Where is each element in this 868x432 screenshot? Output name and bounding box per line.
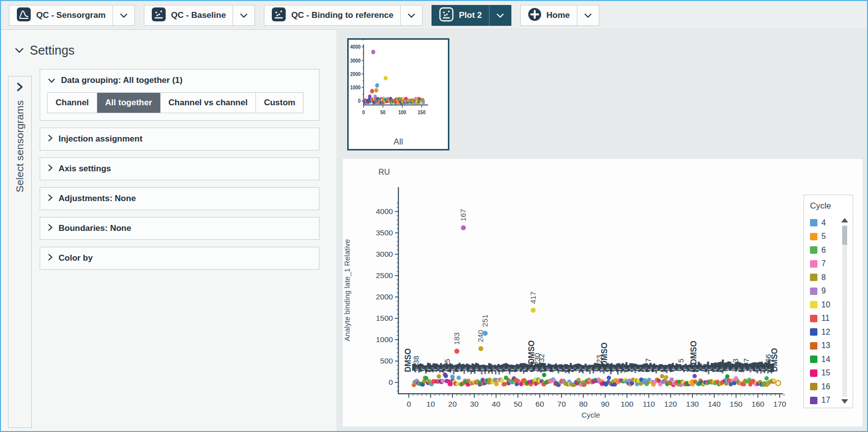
tab-dropdown-button[interactable] (113, 5, 134, 25)
grouping-option-channel[interactable]: Channel (48, 93, 97, 113)
svg-text:2500: 2500 (376, 271, 393, 280)
outlier-point (478, 346, 483, 351)
scroll-down-icon[interactable] (841, 399, 848, 404)
tab-main[interactable]: QC - Binding to reference (264, 5, 400, 25)
accordion-label: Adjustments: None (59, 194, 136, 204)
scroll-up-icon[interactable] (841, 218, 848, 222)
legend-entry-5[interactable]: 5 (804, 230, 837, 244)
legend-title: Cycle (804, 195, 853, 215)
svg-text:Cycle: Cycle (581, 411, 600, 419)
legend-entry-label: 9 (821, 287, 826, 295)
select-sensorgrams-label: Select sensorgrams (14, 100, 26, 193)
outlier-label: 417 (529, 291, 537, 304)
legend-entry-label: 5 (821, 232, 826, 241)
legend-entry-label: 12 (821, 328, 830, 337)
accordion-label: Boundaries: None (59, 223, 131, 233)
legend-swatch (810, 219, 817, 226)
chevron-right-icon[interactable] (8, 82, 31, 93)
chevron-down-icon (584, 11, 592, 20)
svg-text:0: 0 (362, 110, 365, 116)
legend-entry-17[interactable]: 17 (804, 394, 837, 408)
plot-thumbnail[interactable]: 01000200030004000050100150 All (347, 38, 449, 150)
svg-text:Analyte binding late_1 Relativ: Analyte binding late_1 Relative (343, 239, 351, 342)
accordion-header[interactable]: Injection assignment (40, 128, 319, 150)
legend-entry-label: 11 (821, 314, 830, 323)
chevron-right-icon (48, 135, 53, 144)
tab-dropdown-button[interactable] (233, 5, 254, 25)
tab-label: Home (547, 10, 570, 20)
tab-home[interactable]: Home (520, 5, 599, 26)
legend-entry-label: 14 (821, 355, 830, 364)
tab-plot-2[interactable]: Plot 2 (432, 5, 511, 26)
tab-dropdown-button[interactable] (577, 5, 599, 25)
legend-entry-13[interactable]: 13 (804, 339, 837, 353)
grouping-option-channel-vs-channel[interactable]: Channel vs channel (161, 93, 256, 113)
legend-entry-11[interactable]: 11 (804, 312, 837, 326)
scatter-icon (151, 7, 166, 24)
outlier-label: 183 (452, 332, 461, 345)
svg-text:0: 0 (407, 400, 411, 408)
band-label: DMSO (689, 341, 698, 364)
svg-text:80: 80 (579, 400, 588, 408)
band-label: 38 (412, 356, 420, 364)
legend-entry-14[interactable]: 14 (804, 353, 837, 366)
tab-main[interactable]: Plot 2 (432, 5, 489, 25)
svg-text:30: 30 (470, 400, 479, 408)
legend-swatch (810, 397, 817, 404)
settings-panel: Settings Select sensorgrams Data groupin… (1, 30, 336, 431)
legend-entry-9[interactable]: 9 (804, 285, 837, 298)
legend-entry-label: 10 (821, 300, 830, 309)
accordion-data-grouping: Data grouping: All together (1)ChannelAl… (40, 69, 319, 121)
scrollbar-thumb[interactable] (842, 226, 847, 245)
accordion-header[interactable]: Boundaries: None (40, 217, 319, 239)
legend-entry-15[interactable]: 15 (804, 366, 837, 380)
scatter-icon (271, 7, 286, 24)
tab-main[interactable]: QC - Baseline (144, 5, 233, 25)
svg-text:3500: 3500 (376, 228, 393, 237)
grouping-option-custom[interactable]: Custom (256, 93, 303, 113)
accordion-header[interactable]: Data grouping: All together (1) (40, 70, 319, 91)
accordion-color-by: Color by (40, 247, 319, 270)
tab-main[interactable]: Home (521, 5, 577, 25)
select-sensorgrams-strip[interactable]: Select sensorgrams (8, 76, 32, 428)
legend-entry-12[interactable]: 12 (804, 325, 837, 339)
accordion-header[interactable]: Adjustments: None (40, 188, 319, 210)
svg-text:110: 110 (643, 400, 655, 408)
svg-text:50: 50 (380, 110, 386, 116)
grouping-option-all-together[interactable]: All together (97, 93, 160, 113)
accordion-header[interactable]: Axis settings (40, 158, 319, 180)
tab-qc-binding-to-reference[interactable]: QC - Binding to reference (264, 5, 423, 26)
tab-qc-baseline[interactable]: QC - Baseline (144, 5, 255, 26)
tab-main[interactable]: QC - Sensorgram (9, 5, 113, 25)
svg-text:90: 90 (601, 400, 610, 408)
legend-entry-4[interactable]: 4 (804, 216, 837, 230)
legend-entry-8[interactable]: 8 (804, 271, 837, 285)
svg-text:4000: 4000 (376, 207, 393, 216)
chevron-right-icon (48, 224, 53, 233)
plot-area: 01000200030004000050100150 All RU 050010… (336, 30, 867, 431)
band-label: 7 (644, 358, 652, 362)
svg-text:0: 0 (358, 98, 361, 104)
settings-accordions: Data grouping: All together (1)ChannelAl… (40, 69, 319, 277)
legend-scrollbar[interactable] (841, 218, 849, 404)
legend-entry-7[interactable]: 7 (804, 257, 837, 271)
accordion-header[interactable]: Color by (40, 247, 319, 269)
tab-dropdown-button[interactable] (400, 5, 422, 25)
svg-text:4000: 4000 (350, 44, 361, 50)
legend-entry-6[interactable]: 6 (804, 243, 837, 257)
settings-title: Settings (30, 43, 74, 58)
legend-swatch (810, 260, 817, 268)
scrollbar-track[interactable] (842, 225, 847, 397)
band-label: 5 (677, 359, 685, 362)
tab-qc-sensorgram[interactable]: QC - Sensorgram (9, 5, 135, 26)
outlier-point (454, 349, 459, 354)
settings-header[interactable]: Settings (15, 43, 74, 58)
svg-text:2000: 2000 (350, 71, 361, 77)
svg-text:100: 100 (398, 110, 406, 116)
legend-entry-10[interactable]: 10 (804, 298, 837, 312)
accordion-label: Data grouping: All together (1) (61, 75, 183, 85)
svg-text:160: 160 (751, 400, 764, 408)
legend-entry-16[interactable]: 16 (804, 380, 837, 394)
tab-dropdown-button[interactable] (489, 5, 511, 25)
cycle-legend: Cycle 4567891011121314151617 (804, 195, 853, 408)
